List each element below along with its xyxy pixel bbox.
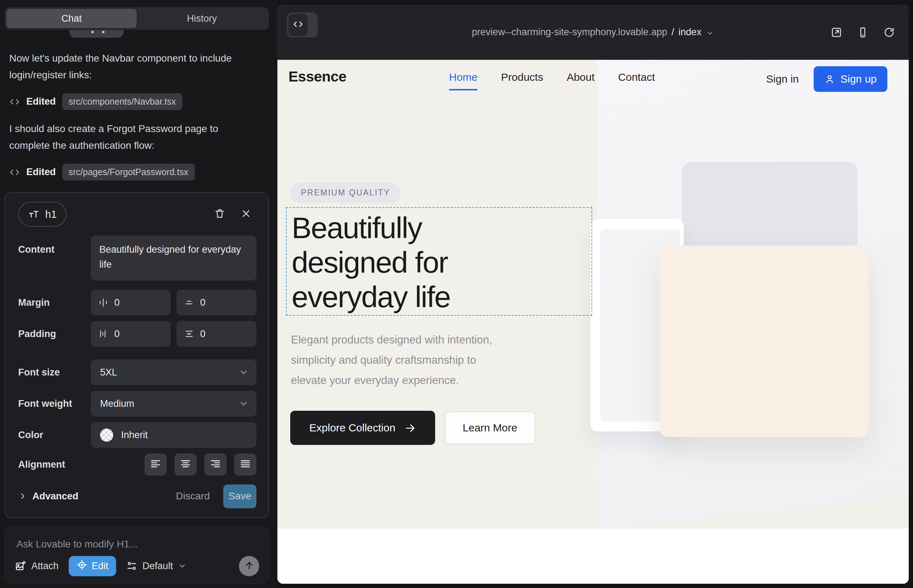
chevron-down-icon bbox=[239, 399, 249, 409]
color-picker-field[interactable]: Inherit bbox=[91, 422, 256, 448]
advanced-label: Advanced bbox=[32, 491, 78, 502]
site-logo[interactable]: Essence bbox=[288, 68, 346, 85]
attach-image-icon bbox=[15, 560, 26, 572]
align-center-button[interactable] bbox=[175, 454, 197, 475]
alignment-label: Alignment bbox=[18, 459, 91, 470]
edited-file-chip[interactable]: src/pages/ForgotPassword.tsx bbox=[62, 164, 195, 181]
edited-label: Edited bbox=[26, 96, 56, 107]
explore-collection-button[interactable]: Explore Collection bbox=[290, 411, 435, 445]
font-weight-select[interactable]: Medium bbox=[91, 391, 256, 417]
align-justify-button[interactable] bbox=[234, 454, 256, 475]
edited-label: Edited bbox=[26, 166, 56, 178]
open-external-button[interactable] bbox=[830, 26, 842, 39]
font-weight-label: Font weight bbox=[18, 398, 91, 409]
margin-x-input[interactable]: 0 bbox=[91, 290, 170, 315]
typography-icon bbox=[28, 208, 39, 220]
hero-description: Elegant products designed with intention… bbox=[291, 330, 492, 391]
refresh-button[interactable] bbox=[883, 26, 895, 39]
code-icon bbox=[9, 97, 20, 107]
align-center-icon bbox=[180, 458, 191, 471]
align-right-icon bbox=[209, 458, 222, 471]
chevron-down-icon bbox=[706, 29, 714, 37]
sign-in-link[interactable]: Sign in bbox=[766, 73, 799, 85]
mode-label: Default bbox=[142, 561, 173, 572]
composer-input[interactable]: Ask Lovable to modify H1... bbox=[16, 538, 258, 550]
sign-up-label: Sign up bbox=[840, 73, 877, 85]
url-domain: preview--charming-site-symphony.lovable.… bbox=[472, 27, 667, 38]
sliders-icon bbox=[126, 560, 138, 572]
attach-label: Attach bbox=[31, 561, 59, 572]
font-size-value: 5XL bbox=[100, 367, 117, 378]
close-icon bbox=[240, 208, 252, 221]
send-button[interactable] bbox=[239, 556, 259, 576]
hero-badge: PREMIUM QUALITY bbox=[290, 182, 401, 203]
nav-link-products[interactable]: Products bbox=[501, 71, 543, 90]
mobile-view-button[interactable] bbox=[857, 26, 869, 39]
site-next-section bbox=[277, 528, 909, 584]
url-page: index bbox=[678, 27, 701, 38]
mode-selector[interactable]: Default bbox=[126, 560, 186, 572]
chevron-down-icon bbox=[178, 562, 186, 570]
decor-cream-card bbox=[659, 246, 869, 437]
nav-link-contact[interactable]: Contact bbox=[618, 71, 655, 90]
url-separator: / bbox=[672, 27, 674, 38]
delete-element-button[interactable] bbox=[210, 205, 229, 223]
margin-y-input[interactable]: 0 bbox=[176, 290, 256, 315]
margin-vertical-icon bbox=[184, 297, 194, 308]
chat-message: I should also create a Forgot Password p… bbox=[9, 120, 251, 154]
margin-x-value: 0 bbox=[114, 297, 120, 308]
padding-y-value: 0 bbox=[200, 328, 206, 339]
element-tag-label: h1 bbox=[45, 208, 57, 220]
margin-y-value: 0 bbox=[200, 297, 206, 308]
url-bar[interactable]: preview--charming-site-symphony.lovable.… bbox=[277, 5, 909, 60]
padding-horizontal-icon bbox=[98, 328, 108, 339]
discard-button[interactable]: Discard bbox=[176, 491, 210, 502]
font-size-select[interactable]: 5XL bbox=[91, 360, 256, 385]
sign-up-button[interactable]: Sign up bbox=[814, 66, 887, 92]
selected-element-outline[interactable]: Beautifully designed for everyday life bbox=[286, 207, 592, 316]
content-label: Content bbox=[18, 236, 91, 281]
align-justify-icon bbox=[239, 458, 251, 471]
padding-y-input[interactable]: 0 bbox=[176, 321, 256, 347]
target-icon bbox=[76, 559, 87, 573]
padding-vertical-icon bbox=[184, 328, 194, 339]
chat-message: Now let's update the Navbar component to… bbox=[9, 50, 251, 83]
color-value: Inherit bbox=[121, 430, 148, 441]
nav-link-home[interactable]: Home bbox=[449, 71, 478, 90]
align-left-button[interactable] bbox=[144, 454, 167, 475]
element-tag-badge: h1 bbox=[18, 202, 66, 227]
tab-chat[interactable]: Chat bbox=[6, 9, 137, 28]
arrow-up-icon bbox=[244, 560, 254, 572]
app-window: Chat History Now let's update the Navbar… bbox=[0, 0, 913, 588]
chat-message-list[interactable]: Now let's update the Navbar component to… bbox=[5, 30, 269, 191]
person-icon bbox=[824, 74, 835, 84]
site-canvas: Essence Home Products About Contact Sign… bbox=[277, 60, 909, 584]
color-label: Color bbox=[18, 430, 91, 441]
nav-link-about[interactable]: About bbox=[567, 71, 594, 90]
tab-history[interactable]: History bbox=[137, 9, 267, 28]
element-editor-panel: h1 Content Beautifully designed for ever… bbox=[5, 192, 269, 518]
hero-section: Essence Home Products About Contact Sign… bbox=[277, 60, 909, 528]
learn-more-button[interactable]: Learn More bbox=[445, 412, 535, 444]
align-right-button[interactable] bbox=[204, 454, 227, 475]
content-input[interactable]: Beautifully designed for everyday life bbox=[91, 236, 256, 281]
advanced-toggle[interactable]: Advanced bbox=[18, 491, 78, 502]
edited-file-chip[interactable]: src/components/Navbar.tsx bbox=[62, 93, 183, 110]
padding-x-input[interactable]: 0 bbox=[91, 321, 170, 347]
edit-mode-button[interactable]: Edit bbox=[69, 556, 117, 576]
attach-button[interactable]: Attach bbox=[15, 560, 59, 572]
site-nav: Home Products About Contact bbox=[449, 71, 655, 90]
padding-label: Padding bbox=[18, 328, 91, 339]
margin-label: Margin bbox=[18, 297, 91, 308]
code-icon bbox=[9, 167, 20, 178]
save-button[interactable]: Save bbox=[223, 485, 256, 508]
padding-x-value: 0 bbox=[114, 328, 120, 339]
explore-collection-label: Explore Collection bbox=[309, 422, 396, 434]
scrolled-chip-partial bbox=[70, 30, 123, 38]
edited-file-row: Edited src/components/Navbar.tsx bbox=[9, 93, 182, 110]
chat-history-tabbar: Chat History bbox=[5, 7, 269, 30]
close-editor-button[interactable] bbox=[237, 205, 255, 223]
trash-icon bbox=[214, 208, 225, 221]
color-swatch-transparent bbox=[100, 428, 113, 442]
hero-heading[interactable]: Beautifully designed for everyday life bbox=[291, 211, 541, 314]
